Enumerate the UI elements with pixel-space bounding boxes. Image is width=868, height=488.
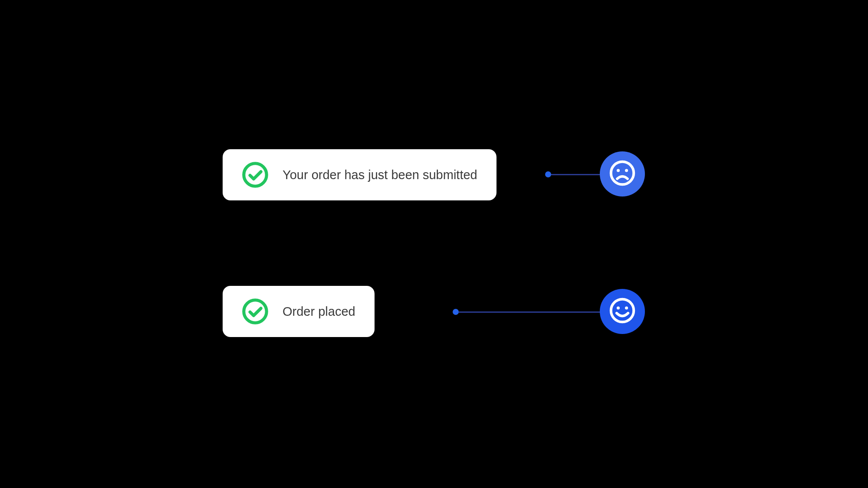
notification-text: Your order has just been submitted: [283, 168, 477, 182]
svg-point-0: [244, 164, 266, 186]
connector-dot-icon: [545, 171, 551, 177]
frown-face-icon: [609, 160, 636, 188]
notification-card: Your order has just been submitted: [223, 149, 496, 200]
svg-point-4: [244, 300, 266, 323]
connector-line: [545, 171, 603, 177]
mood-badge-happy: [600, 289, 645, 334]
check-circle-icon: [242, 298, 269, 325]
notification-text: Order placed: [283, 305, 355, 319]
svg-point-2: [617, 169, 620, 172]
check-circle-icon: [242, 161, 269, 188]
svg-point-3: [625, 169, 628, 172]
svg-point-5: [611, 299, 634, 322]
smile-face-icon: [609, 297, 636, 326]
svg-point-6: [617, 306, 620, 309]
notification-card: Order placed: [223, 286, 375, 337]
connector-dot-icon: [453, 309, 459, 315]
connector-segment: [551, 174, 603, 175]
mood-badge-sad: [600, 151, 645, 197]
svg-point-1: [611, 162, 634, 184]
connector-segment: [459, 311, 606, 313]
connector-line: [453, 309, 606, 315]
svg-point-7: [625, 306, 628, 309]
